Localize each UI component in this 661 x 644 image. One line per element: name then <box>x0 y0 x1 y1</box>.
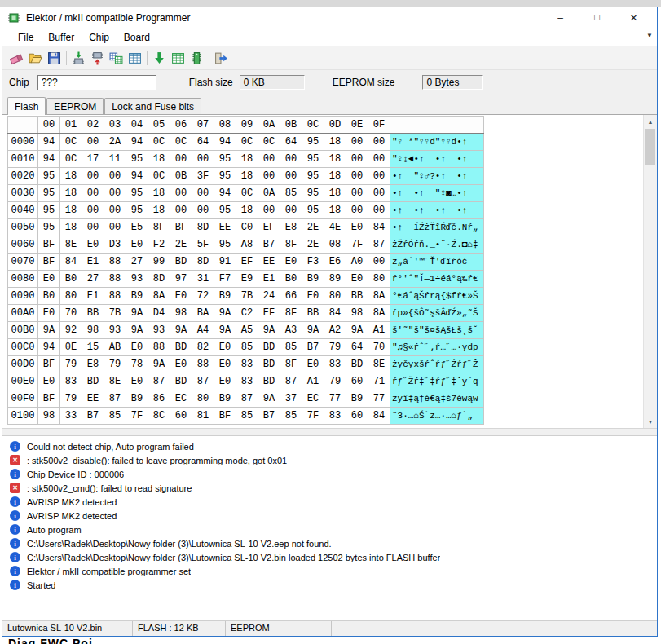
hex-cell[interactable]: 9A <box>258 322 280 339</box>
hex-cell[interactable]: B9 <box>126 390 148 408</box>
menu-chip[interactable]: Chip <box>82 30 117 45</box>
hex-cell[interactable]: 81 <box>192 408 214 425</box>
hex-cell[interactable]: 24 <box>258 288 280 305</box>
hex-cell[interactable]: 95 <box>214 168 236 185</box>
hex-cell[interactable]: 00 <box>368 151 390 168</box>
ascii-cell[interactable]: •↑ ĺŹżŤîŔďč.Nŕ„ <box>390 219 484 236</box>
hex-cell[interactable]: E0 <box>346 271 368 288</box>
hex-cell[interactable]: E0 <box>214 339 236 356</box>
hex-cell[interactable]: 88 <box>104 271 126 288</box>
hex-cell[interactable]: 84 <box>368 219 390 236</box>
hex-cell[interactable]: B7 <box>258 408 280 425</box>
hex-cell[interactable]: 79 <box>324 339 346 356</box>
hex-cell[interactable]: 9A <box>148 356 170 373</box>
hex-cell[interactable]: 88 <box>104 288 126 305</box>
hex-cell[interactable]: 83 <box>60 373 82 390</box>
menu-board[interactable]: Board <box>117 30 157 45</box>
hex-cell[interactable]: 66 <box>280 288 302 305</box>
hex-cell[interactable]: BD <box>170 373 192 390</box>
hex-cell[interactable]: 85 <box>280 339 302 356</box>
hex-cell[interactable]: 8F <box>280 236 302 254</box>
hex-cell[interactable]: 00 <box>346 202 368 219</box>
hex-cell[interactable]: 37 <box>280 390 302 408</box>
hex-cell[interactable]: 8A <box>148 288 170 305</box>
hex-cell[interactable]: 00 <box>368 134 390 151</box>
hex-cell[interactable]: 0C <box>258 134 280 151</box>
hex-cell[interactable]: 95 <box>38 202 60 219</box>
hex-cell[interactable]: 88 <box>192 356 214 373</box>
hex-cell[interactable]: 00 <box>280 151 302 168</box>
hex-cell[interactable]: 98 <box>170 305 192 322</box>
hex-cell[interactable]: D3 <box>104 236 126 254</box>
hex-cell[interactable]: E0 <box>38 271 60 288</box>
hex-cell[interactable]: 84 <box>324 305 346 322</box>
tab-lock-and-fuse-bits[interactable]: Lock and Fuse bits <box>104 98 201 114</box>
ascii-cell[interactable]: "♫§«ŕˆ˝‚ŕ…˝…·ydp <box>390 339 484 356</box>
hex-cell[interactable]: 0C <box>236 134 258 151</box>
hex-cell[interactable]: 9A <box>126 305 148 322</box>
hex-cell[interactable]: B7 <box>302 339 324 356</box>
hex-cell[interactable]: 0C <box>236 185 258 202</box>
hex-cell[interactable]: E8 <box>280 219 302 236</box>
panel-splitter[interactable] <box>2 428 657 436</box>
hex-cell[interactable]: 17 <box>82 151 104 168</box>
hex-cell[interactable]: 80 <box>368 271 390 288</box>
hex-cell[interactable]: 18 <box>236 202 258 219</box>
open-file-button[interactable] <box>26 49 45 67</box>
maximize-button[interactable]: □ <box>579 12 615 24</box>
hex-cell[interactable]: 00 <box>82 185 104 202</box>
close-button[interactable]: ✕ <box>615 12 652 24</box>
write-flash-button[interactable] <box>69 49 88 67</box>
hex-cell[interactable]: 85 <box>104 408 126 425</box>
hex-cell[interactable]: 7B <box>104 305 126 322</box>
hex-cell[interactable]: EC <box>302 390 324 408</box>
hex-cell[interactable]: 94 <box>214 185 236 202</box>
hex-cell[interactable]: 15 <box>82 339 104 356</box>
ascii-cell[interactable]: ˜3·…⌂Ś`ż…·…⌂ƒ`„ <box>390 408 484 425</box>
hex-cell[interactable]: 0C <box>148 168 170 185</box>
hex-cell[interactable]: 71 <box>368 373 390 390</box>
ascii-cell[interactable]: żŽŕÓŕň._•¨·Ź.◘⌂‡ <box>390 236 484 254</box>
hex-cell[interactable]: 87 <box>236 390 258 408</box>
hex-cell[interactable]: 00 <box>368 185 390 202</box>
hex-cell[interactable]: E0 <box>126 339 148 356</box>
hex-cell[interactable]: A3 <box>280 322 302 339</box>
hex-cell[interactable]: 85 <box>280 408 302 425</box>
hex-cell[interactable]: B9 <box>302 271 324 288</box>
hex-cell[interactable]: 2E <box>302 219 324 236</box>
hex-cell[interactable]: E0 <box>126 373 148 390</box>
read-flash-button[interactable] <box>88 49 107 67</box>
hex-cell[interactable]: A1 <box>302 373 324 390</box>
hex-cell[interactable]: 00 <box>104 202 126 219</box>
erase-buffer-button[interactable] <box>7 49 26 67</box>
hex-cell[interactable]: 0A <box>258 185 280 202</box>
hex-cell[interactable]: E0 <box>170 288 192 305</box>
hex-cell[interactable]: EE <box>258 254 280 271</box>
hex-cell[interactable]: 8F <box>280 305 302 322</box>
hex-cell[interactable]: E0 <box>170 356 192 373</box>
ascii-cell[interactable]: •↑ •↑ "♀◙…•↑ <box>390 185 484 202</box>
hex-cell[interactable]: BF <box>38 236 60 254</box>
title-bar[interactable]: Elektor / mkII compatible Programmer – □… <box>2 7 657 29</box>
hex-cell[interactable]: 00 <box>368 202 390 219</box>
hex-cell[interactable]: 60 <box>346 408 368 425</box>
hex-cell[interactable]: E1 <box>82 288 104 305</box>
hex-cell[interactable]: 00 <box>280 202 302 219</box>
hex-cell[interactable]: 00 <box>82 219 104 236</box>
hex-cell[interactable]: 89 <box>324 271 346 288</box>
hex-cell[interactable]: 77 <box>324 390 346 408</box>
hex-cell[interactable]: 87 <box>280 373 302 390</box>
hex-cell[interactable]: E1 <box>258 271 280 288</box>
hex-cell[interactable]: 95 <box>302 151 324 168</box>
hex-cell[interactable]: 18 <box>324 151 346 168</box>
hex-cell[interactable]: BA <box>192 305 214 322</box>
hex-cell[interactable]: 80 <box>60 288 82 305</box>
hex-cell[interactable]: 79 <box>104 356 126 373</box>
hex-cell[interactable]: 00 <box>346 134 368 151</box>
hex-cell[interactable]: B0 <box>38 288 60 305</box>
hex-cell[interactable]: 9A <box>214 305 236 322</box>
hex-cell[interactable]: F2 <box>148 236 170 254</box>
hex-cell[interactable]: 7F <box>346 236 368 254</box>
hex-cell[interactable]: BD <box>170 254 192 271</box>
hex-cell[interactable]: 91 <box>214 254 236 271</box>
